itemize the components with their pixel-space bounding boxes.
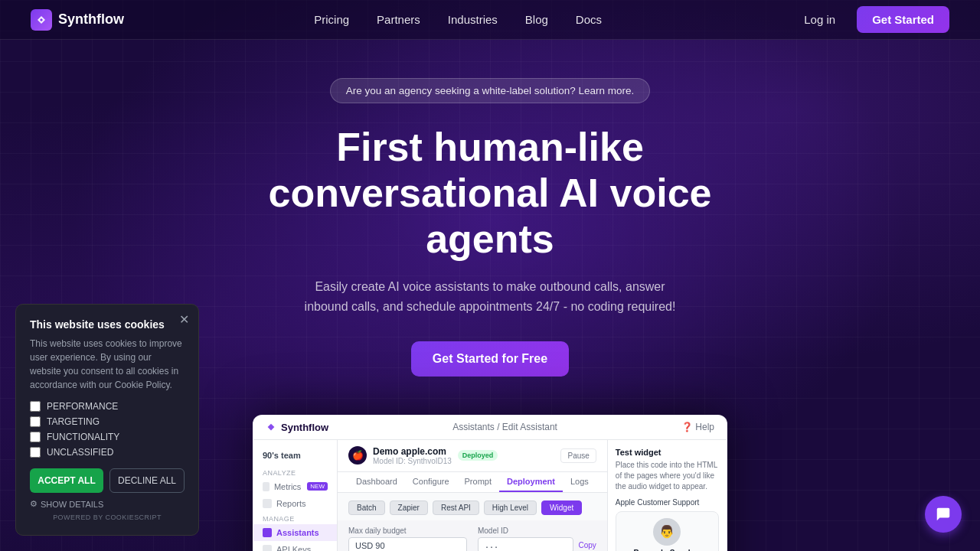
- logo-text: Synthflow: [58, 11, 124, 28]
- dash-sidebar: 90's team ANALYZE Metrics NEW Reports MA…: [253, 440, 338, 551]
- assistant-name: Demo apple.com: [373, 446, 452, 457]
- budget-value[interactable]: USD 90: [348, 537, 467, 551]
- assistants-label: Assistants: [276, 528, 319, 537]
- gear-settings-icon: ⚙: [30, 499, 38, 509]
- cookie-powered-by: POWERED BY COOKIESCRIPT: [30, 514, 185, 521]
- checkbox-targeting[interactable]: TARGETING: [30, 416, 185, 427]
- targeting-label: TARGETING: [47, 416, 100, 427]
- budget-row: Max daily budget USD 90 We operate on a …: [348, 527, 596, 551]
- dash-help[interactable]: ❓ Help: [681, 422, 714, 432]
- checkbox-functionality[interactable]: FUNCTIONALITY: [30, 432, 185, 442]
- budget-item: Max daily budget USD 90 We operate on a …: [348, 527, 467, 551]
- deploy-tab-batch[interactable]: Batch: [348, 500, 385, 515]
- nav-actions: Log in Get Started: [792, 6, 949, 33]
- dashboard-topbar: Synthflow Assistants / Edit Assistant ❓ …: [253, 416, 727, 440]
- pause-button[interactable]: Pause: [560, 448, 596, 463]
- sidebar-item-assistants[interactable]: Assistants: [253, 524, 337, 541]
- deploy-tab-zapier[interactable]: Zapier: [390, 500, 428, 515]
- show-details-label: SHOW DETAILS: [41, 500, 103, 509]
- dashboard-body: 90's team ANALYZE Metrics NEW Reports MA…: [253, 440, 727, 551]
- logo[interactable]: Synthflow: [31, 9, 124, 31]
- chat-button[interactable]: [925, 496, 962, 533]
- model-id-value: ...: [478, 537, 574, 551]
- get-started-button[interactable]: Get Started: [857, 6, 949, 33]
- deployment-content: Batch Zapier Rest API High Level Widget …: [338, 493, 607, 520]
- metrics-label: Metrics: [274, 482, 301, 491]
- targeting-checkbox[interactable]: [30, 416, 41, 427]
- api-keys-icon: [263, 545, 272, 551]
- assistant-icon: 🍎: [348, 446, 367, 465]
- model-id-label: Model ID: [478, 527, 596, 535]
- dashboard-preview: Synthflow Assistants / Edit Assistant ❓ …: [253, 415, 727, 551]
- assistant-header: 🍎 Demo apple.com Model ID: SynthvoID13 D…: [338, 440, 607, 472]
- metrics-icon: [263, 482, 270, 491]
- hero-cta-button[interactable]: Get Started for Free: [411, 341, 569, 377]
- performance-label: PERFORMANCE: [47, 401, 118, 412]
- metrics-badge: NEW: [307, 482, 328, 491]
- test-widget-panel: Test widget Place this code into the HTM…: [607, 440, 727, 551]
- assistant-model-id: Model ID: SynthvoID13: [373, 457, 452, 465]
- show-details-button[interactable]: ⚙ SHOW DETAILS: [30, 499, 185, 509]
- cookie-title: This website uses cookies: [30, 318, 185, 331]
- decline-all-button[interactable]: DECLINE ALL: [109, 468, 185, 493]
- assistant-info: 🍎 Demo apple.com Model ID: SynthvoID13 D…: [348, 446, 498, 465]
- hero-title: First human-like conversational AI voice…: [222, 125, 758, 262]
- hero-banner[interactable]: Are you an agency seeking a white-label …: [330, 78, 651, 103]
- sidebar-item-api-keys[interactable]: API Keys: [253, 541, 337, 551]
- model-id-row: ... Copy: [478, 537, 596, 551]
- nav-partners[interactable]: Partners: [377, 13, 420, 26]
- test-widget-desc: Place this code into the HTML of the pag…: [616, 460, 719, 492]
- nav-blog[interactable]: Blog: [525, 13, 548, 26]
- api-keys-label: API Keys: [276, 545, 311, 551]
- deploy-sub-tabs: Batch Zapier Rest API High Level Widget: [348, 500, 596, 515]
- agent-avatar: 👨: [653, 518, 681, 546]
- dash-section-analyze: ANALYZE: [253, 466, 337, 478]
- assistants-icon: [263, 528, 272, 537]
- tab-prompt[interactable]: Prompt: [457, 472, 499, 492]
- budget-section: Max daily budget USD 90 We operate on a …: [338, 520, 607, 551]
- deploy-tab-high-level[interactable]: High Level: [484, 500, 537, 515]
- hero-subtitle: Easily create AI voice assistants to mak…: [299, 277, 681, 316]
- deploy-tab-rest-api[interactable]: Rest API: [433, 500, 479, 515]
- login-button[interactable]: Log in: [792, 7, 848, 32]
- deploy-tab-widget[interactable]: Widget: [541, 500, 582, 515]
- budget-label: Max daily budget: [348, 527, 467, 535]
- sidebar-item-metrics[interactable]: Metrics NEW: [253, 478, 337, 495]
- unclassified-label: UNCLASSIFIED: [47, 447, 113, 458]
- assistant-details: Demo apple.com Model ID: SynthvoID13: [373, 446, 452, 465]
- dash-breadcrumb: Assistants / Edit Assistant: [452, 422, 557, 432]
- reports-label: Reports: [276, 499, 306, 508]
- functionality-label: FUNCTIONALITY: [47, 432, 119, 442]
- checkbox-unclassified[interactable]: UNCLASSIFIED: [30, 447, 185, 458]
- tab-logs[interactable]: Logs: [563, 472, 596, 492]
- test-widget-title: Test widget: [616, 448, 719, 457]
- dash-logo: Synthflow: [266, 422, 328, 433]
- tab-deployment[interactable]: Deployment: [499, 472, 563, 492]
- functionality-checkbox[interactable]: [30, 432, 41, 442]
- cookie-checkboxes: PERFORMANCE TARGETING FUNCTIONALITY UNCL…: [30, 401, 185, 458]
- performance-checkbox[interactable]: [30, 401, 41, 412]
- model-id-copy[interactable]: Copy: [578, 541, 596, 549]
- assistant-tabs: Dashboard Configure Prompt Deployment Lo…: [338, 472, 607, 493]
- tab-dashboard[interactable]: Dashboard: [348, 472, 405, 492]
- hero-title-line2: conversational AI voice agents: [269, 171, 712, 261]
- logo-icon: [31, 9, 52, 31]
- cookie-notice: ✕ This website uses cookies This website…: [15, 304, 199, 536]
- checkbox-performance[interactable]: PERFORMANCE: [30, 401, 185, 412]
- unclassified-checkbox[interactable]: [30, 447, 41, 458]
- nav-industries[interactable]: Industries: [448, 13, 498, 26]
- navbar: Synthflow Pricing Partners Industries Bl…: [0, 0, 980, 40]
- cookie-close-button[interactable]: ✕: [179, 312, 189, 327]
- sidebar-item-reports[interactable]: Reports: [253, 495, 337, 512]
- accept-all-button[interactable]: ACCEPT ALL: [30, 468, 103, 493]
- widget-card: 👨 Bernardo Sanchez Available An agent is…: [616, 511, 719, 551]
- dash-team-name: 90's team: [253, 448, 337, 466]
- nav-docs[interactable]: Docs: [576, 13, 602, 26]
- nav-links: Pricing Partners Industries Blog Docs: [314, 13, 602, 27]
- model-id-item: Model ID ... Copy: [478, 527, 596, 551]
- tab-configure[interactable]: Configure: [405, 472, 457, 492]
- assistant-status-badge: Deployed: [458, 450, 498, 461]
- dash-section-manage: MANAGE: [253, 512, 337, 524]
- nav-pricing[interactable]: Pricing: [314, 13, 349, 26]
- dash-logo-text: Synthflow: [281, 422, 328, 433]
